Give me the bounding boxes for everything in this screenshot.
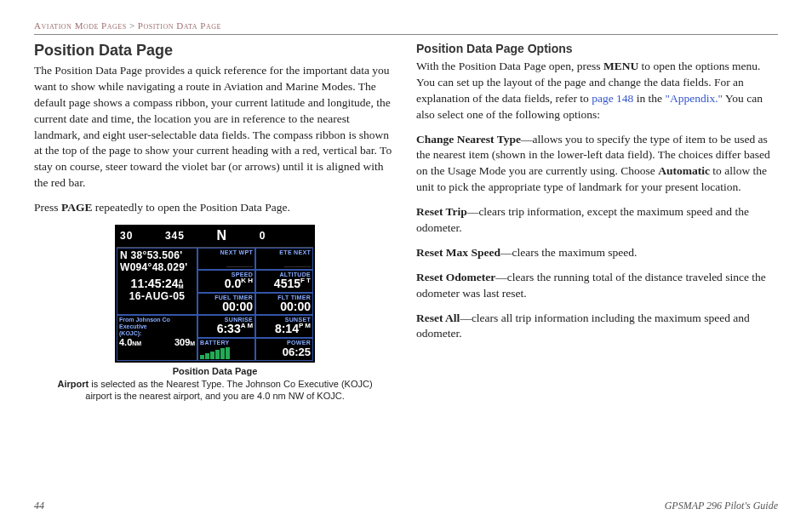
power-cell: POWER 06:25 [255,338,313,361]
time: 11:45:24AM [120,277,194,290]
option-reset-all: Reset All—clears all trip information in… [416,311,778,343]
option-reset-odometer: Reset Odometer—clears the running total … [416,270,778,302]
page-number: 44 [34,500,44,512]
link-appendix[interactable]: "Appendix." [665,92,723,105]
footer-title: GPSMAP 296 Pilot's Guide [665,500,778,512]
flt-timer-cell: FLT TIMER 00:00 [255,293,313,315]
device-screenshot: 30 345 N 0 N 38°53.506' W094°48.029' 11:… [115,225,315,363]
device-figure: 30 345 N 0 N 38°53.506' W094°48.029' 11:… [34,225,396,402]
right-column: Position Data Page Options With the Posi… [416,42,778,405]
left-column: Position Data Page The Position Data Pag… [34,42,396,405]
option-reset-max-speed: Reset Max Speed—clears the maximum speed… [416,245,778,261]
next-wpt-cell: NEXT WPT ____ [197,248,255,270]
intro-paragraph: The Position Data Page provides a quick … [34,63,396,192]
options-intro: With the Position Data Page open, press … [416,59,778,123]
page-key-label: PAGE [61,201,93,214]
ete-next-cell: ETE NEXT ____ [255,248,313,270]
menu-key-label: MENU [603,60,638,72]
breadcrumb-page: Position Data Page [138,20,221,31]
press-page-paragraph: Press PAGE repeatedly to open the Positi… [34,200,396,216]
position-cell: N 38°53.506' W094°48.029' 11:45:24AM 16-… [117,248,197,315]
sunrise-cell: SUNRISE 6:33A M [197,315,255,337]
option-reset-trip: Reset Trip—clears trip information, exce… [416,204,778,237]
options-heading: Position Data Page Options [416,42,778,55]
from-cell: From Johnson Co Executive (KOJC): 4.0NM … [117,315,197,360]
breadcrumb: Aviation Mode Pages > Position Data Page [34,20,778,35]
fuel-timer-cell: FUEL TIMER 00:00 [197,293,255,315]
figure-caption-title: Position Data Page [34,366,396,376]
breadcrumb-sep: > [129,20,135,31]
battery-cell: BATTERY [197,338,255,361]
speed-cell: SPEED 0.0K H [197,270,255,292]
sunset-cell: SUNSET 8:14P M [255,315,313,337]
date: 16-AUG-05 [120,290,194,302]
option-change-nearest-type: Change Nearest Type—allows you to specif… [416,132,778,197]
breadcrumb-section: Aviation Mode Pages [34,20,127,31]
latitude: N 38°53.506' [120,250,194,262]
altitude-cell: ALTITUDE 4515F T [255,270,313,292]
compass-ribbon: 30 345 N 0 [117,226,313,248]
link-page-148[interactable]: page 148 [592,92,633,105]
page-title: Position Data Page [34,42,396,60]
figure-caption-text: Airport is selected as the Nearest Type.… [34,378,396,403]
page-footer: 44 GPSMAP 296 Pilot's Guide [34,500,778,512]
longitude: W094°48.029' [120,262,194,274]
battery-bars [200,347,253,359]
